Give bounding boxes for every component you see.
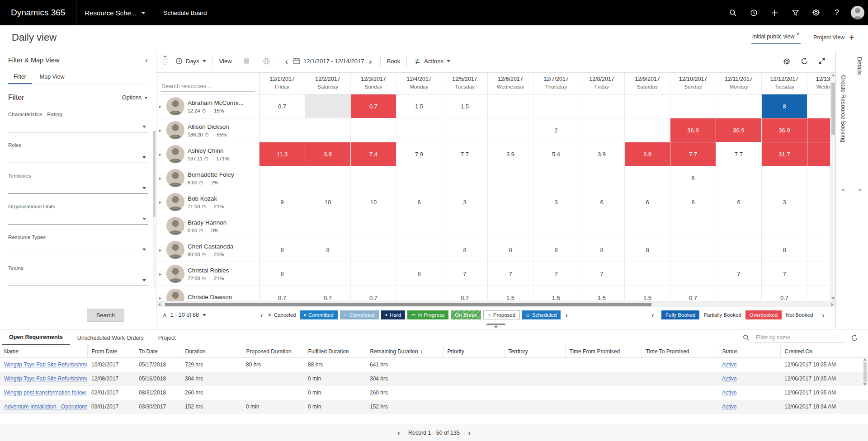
legend-item-proposed[interactable]: ◇Proposed <box>483 310 520 319</box>
expand-icon[interactable]: ▸ <box>159 176 163 181</box>
date-column-header[interactable]: 12/1/2017Friday <box>259 73 305 94</box>
requirement-name-link[interactable]: Wingtip Toys Fab Site Refurbishme... <box>4 361 87 368</box>
date-column-header[interactable]: 12/4/2017Monday <box>396 73 442 94</box>
booking-cell[interactable]: 6 <box>625 190 670 214</box>
options-dropdown[interactable]: Options <box>122 94 148 101</box>
status-link[interactable]: Active <box>722 375 737 382</box>
calendar-icon[interactable] <box>293 57 300 65</box>
booking-cell[interactable] <box>305 262 351 286</box>
booking-cell[interactable]: 7.7 <box>442 142 488 166</box>
column-header[interactable]: Priority <box>443 345 504 358</box>
column-header[interactable]: Proposed Duration <box>242 345 304 358</box>
booking-cell[interactable] <box>533 94 579 118</box>
resource-cell[interactable]: ▸Abraham McCormi...12:24◷15% <box>156 94 259 118</box>
booking-cell[interactable]: 7 <box>762 262 807 286</box>
requirement-name-link[interactable]: Adventure Installation - Operations... <box>4 403 87 410</box>
requirement-name-link[interactable]: Wingtip post-transformation follow... <box>4 389 87 396</box>
booking-cell[interactable] <box>488 214 533 238</box>
resource-pager[interactable]: ˄ 1 - 10 of 88 <box>163 312 206 319</box>
page-up-icon[interactable]: ˄ <box>163 312 167 319</box>
date-column-header[interactable]: 12/10/2017Sunday <box>670 73 716 94</box>
booking-cell[interactable]: 8 <box>305 238 351 262</box>
resource-cell[interactable]: ▸Ashley Chinn137:11◷171% <box>156 142 259 166</box>
booking-cell[interactable] <box>579 166 625 190</box>
booking-cell[interactable] <box>625 262 670 286</box>
booking-cell[interactable] <box>442 118 488 142</box>
resource-cell[interactable]: ▸Christal Robles72:00◷21% <box>156 262 259 286</box>
booking-cell[interactable]: 8 <box>762 238 807 262</box>
booking-cell[interactable] <box>716 286 762 301</box>
booking-cell[interactable] <box>259 118 305 142</box>
booking-cell[interactable] <box>396 214 442 238</box>
booking-cell[interactable]: 0.7 <box>670 286 716 301</box>
booking-cell[interactable] <box>488 118 533 142</box>
booking-cell[interactable] <box>488 190 533 214</box>
details-tab[interactable]: Details « <box>851 50 868 329</box>
booking-cell[interactable]: 3 <box>533 190 579 214</box>
booking-cell[interactable]: 7 <box>716 262 762 286</box>
legend-scroll-right-icon[interactable]: › <box>565 311 568 319</box>
column-header[interactable]: Time From Promised <box>565 345 642 358</box>
expand-panel-icon[interactable]: « <box>842 186 845 193</box>
booking-cell[interactable] <box>807 238 830 262</box>
status-link[interactable]: Active <box>722 361 737 368</box>
map-view-globe-icon[interactable] <box>263 57 270 65</box>
legend-item-onbreak[interactable]: On Break <box>451 310 481 319</box>
requirement-row[interactable]: Adventure Installation - Operations...03… <box>0 400 868 414</box>
booking-cell[interactable] <box>762 166 807 190</box>
booking-cell[interactable] <box>716 238 762 262</box>
booking-cell[interactable]: 6 <box>396 190 442 214</box>
booking-cell[interactable]: 1.5 <box>579 286 625 301</box>
date-column-header[interactable]: 12/13/2017Wednesday <box>807 73 830 94</box>
booking-cell[interactable]: 3.9 <box>625 142 670 166</box>
booking-cell[interactable]: 8 <box>259 262 305 286</box>
app-selector[interactable]: Resource Sche... <box>76 0 154 25</box>
column-header[interactable]: Time To Promised <box>642 345 718 358</box>
table-scrollbar[interactable] <box>863 358 867 417</box>
filter-group-dropdown[interactable] <box>8 122 148 132</box>
booking-cell[interactable] <box>488 166 533 190</box>
filter-group-dropdown[interactable] <box>8 183 148 194</box>
search-icon[interactable] <box>722 0 743 25</box>
booking-cell[interactable] <box>396 118 442 142</box>
booking-cell[interactable]: 6 <box>670 190 716 214</box>
status-link[interactable]: Active <box>722 403 737 410</box>
resource-cell[interactable]: ▸Bernadette Foley8:00◷2% <box>156 166 259 190</box>
booking-cell[interactable]: 7.4 <box>351 142 396 166</box>
dynamics-365-logo[interactable]: Dynamics 365 <box>0 8 76 18</box>
booking-cell[interactable] <box>305 166 351 190</box>
booking-cell[interactable]: 3 <box>762 190 807 214</box>
booking-cell[interactable] <box>807 94 830 118</box>
refresh-icon[interactable] <box>801 57 808 65</box>
recent-history-icon[interactable] <box>743 0 764 25</box>
date-range-label[interactable]: 12/1/2017 - 12/14/2017 <box>303 58 364 65</box>
collapse-panel-icon[interactable]: ‹ <box>145 56 148 64</box>
drag-handle[interactable] <box>486 324 505 325</box>
booking-cell[interactable] <box>807 190 830 214</box>
date-column-header[interactable]: 12/5/2017Tuesday <box>442 73 488 94</box>
booking-cell[interactable] <box>396 286 442 301</box>
booking-cell[interactable] <box>625 214 670 238</box>
booking-cell[interactable] <box>670 214 716 238</box>
legend-item-completed[interactable]: ✓Completed <box>340 310 379 319</box>
legend-item-fully-booked[interactable]: Fully Booked <box>661 310 699 319</box>
requirement-row[interactable]: Wingtip post-transformation follow...02/… <box>0 386 868 400</box>
booking-cell[interactable]: 8 <box>762 94 807 118</box>
booking-cell[interactable] <box>579 94 625 118</box>
booking-cell[interactable] <box>762 214 807 238</box>
booking-cell[interactable] <box>716 214 762 238</box>
scroll-up-icon[interactable] <box>831 74 835 76</box>
scrollbar-thumb[interactable] <box>831 83 835 135</box>
booking-cell[interactable]: 6 <box>716 190 762 214</box>
scroll-down-icon[interactable] <box>831 297 835 300</box>
view-tab[interactable]: Initial public view✕ <box>751 31 801 44</box>
booking-cell[interactable]: 7.7 <box>670 142 716 166</box>
booking-cell[interactable] <box>305 214 351 238</box>
legend-item-not-booked[interactable]: Not Booked <box>784 310 815 319</box>
booking-cell[interactable]: 9 <box>259 190 305 214</box>
booking-cell[interactable]: 3 <box>442 190 488 214</box>
refresh-icon[interactable] <box>851 334 858 342</box>
booking-cell[interactable]: 3.9 <box>305 142 351 166</box>
legend-item-canceled[interactable]: ✕ Canceled <box>268 312 296 318</box>
requirements-tab[interactable]: Project <box>151 331 183 345</box>
